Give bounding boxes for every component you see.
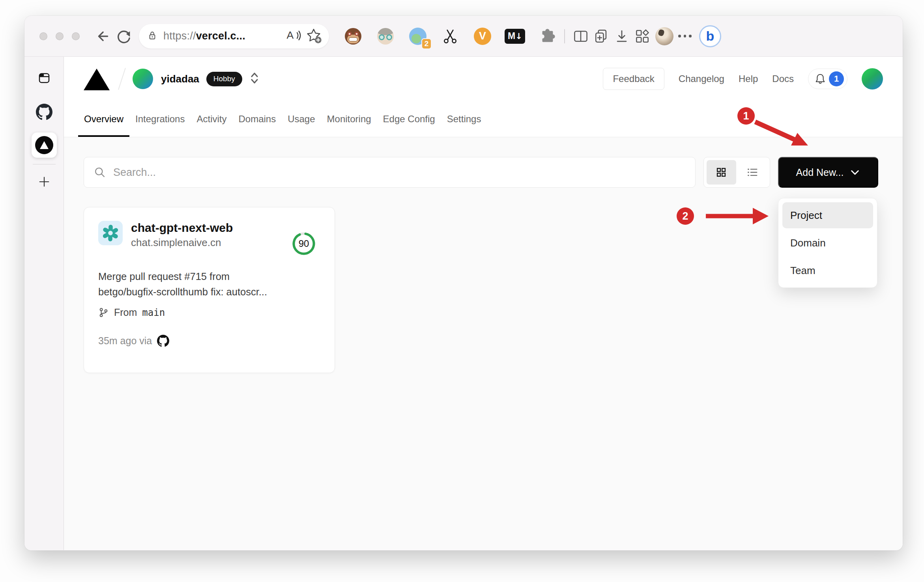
settings-more-button[interactable] bbox=[675, 26, 695, 47]
tab-edge-config[interactable]: Edge Config bbox=[377, 101, 441, 137]
add-favorite-button[interactable] bbox=[305, 27, 322, 45]
list-view-button[interactable] bbox=[738, 160, 767, 185]
markdown-download-extension-icon[interactable]: M↓ bbox=[503, 25, 526, 48]
scissors-extension-icon[interactable] bbox=[439, 25, 462, 48]
collections-button[interactable] bbox=[591, 26, 612, 47]
vercel-tab-active[interactable] bbox=[32, 132, 57, 158]
bing-chat-button[interactable]: b bbox=[699, 25, 721, 47]
extension-badge: 2 bbox=[421, 38, 432, 49]
speed-score-value: 90 bbox=[292, 232, 316, 256]
dropdown-item-team[interactable]: Team bbox=[782, 257, 873, 284]
minimize-window-button[interactable] bbox=[56, 32, 64, 40]
svg-text:A: A bbox=[286, 29, 294, 41]
deployment-time: 35m ago via bbox=[98, 335, 152, 347]
commit-message: Merge pull request #715 from betgo/bugfi… bbox=[98, 269, 307, 300]
new-tab-button[interactable] bbox=[32, 169, 57, 194]
tab-settings[interactable]: Settings bbox=[441, 101, 487, 137]
vertical-tab-strip bbox=[24, 57, 64, 550]
notifications-button[interactable]: 1 bbox=[808, 69, 847, 89]
ellipsis-icon bbox=[678, 35, 692, 37]
overview-content: Add New... bbox=[64, 137, 903, 550]
vercel-header: yidadaa Hobby Feedback Changelog Help Do… bbox=[64, 57, 903, 101]
vercel-favicon bbox=[35, 136, 53, 154]
help-link[interactable]: Help bbox=[739, 73, 758, 84]
tab-overview[interactable]: Overview bbox=[78, 101, 129, 137]
tab-integrations[interactable]: Integrations bbox=[129, 101, 191, 137]
project-card[interactable]: chat-gpt-next-web chat.simplenaive.cn 90 bbox=[84, 207, 335, 373]
vercel-page: yidadaa Hobby Feedback Changelog Help Do… bbox=[64, 57, 903, 550]
search-input[interactable] bbox=[113, 166, 686, 179]
url-text[interactable]: https://vercel.c... bbox=[163, 30, 245, 42]
github-icon bbox=[36, 104, 52, 120]
close-window-button[interactable] bbox=[39, 32, 47, 40]
vercel-tabs: Overview Integrations Activity Domains U… bbox=[64, 101, 903, 137]
tab-divider bbox=[33, 164, 56, 164]
tab-monitoring[interactable]: Monitoring bbox=[321, 101, 377, 137]
docs-link[interactable]: Docs bbox=[772, 73, 794, 84]
search-box bbox=[84, 157, 696, 188]
search-icon bbox=[93, 165, 107, 179]
annotation-step-2: 2 bbox=[677, 207, 694, 225]
avatar-extension-icon[interactable] bbox=[374, 25, 397, 48]
downloads-button[interactable] bbox=[612, 26, 632, 47]
project-icon bbox=[98, 221, 123, 245]
notification-count-badge: 1 bbox=[829, 71, 844, 86]
browser-window: https://vercel.c... A 2 bbox=[24, 16, 903, 550]
grid-view-button[interactable] bbox=[707, 160, 736, 185]
add-new-button[interactable]: Add New... bbox=[778, 157, 878, 188]
split-screen-button[interactable] bbox=[570, 26, 591, 47]
profile-avatar[interactable] bbox=[654, 26, 675, 47]
extension-bar: 2 V M↓ bbox=[342, 25, 559, 48]
zoom-window-button[interactable] bbox=[72, 32, 80, 40]
toolbar-separator bbox=[564, 29, 565, 43]
github-tab[interactable] bbox=[32, 99, 57, 125]
team-avatar[interactable] bbox=[133, 69, 153, 89]
github-icon bbox=[157, 335, 169, 347]
v-extension-icon[interactable]: V bbox=[471, 25, 494, 48]
bell-icon bbox=[814, 73, 827, 85]
tampermonkey-extension-icon[interactable] bbox=[342, 25, 365, 48]
back-button[interactable] bbox=[93, 26, 114, 47]
window-controls bbox=[39, 32, 80, 40]
screenshot-stage: https://vercel.c... A 2 bbox=[0, 0, 924, 582]
feedback-button[interactable]: Feedback bbox=[603, 68, 664, 90]
grid-view-icon bbox=[715, 166, 728, 179]
url-scheme: https:// bbox=[163, 30, 196, 42]
speed-score-ring[interactable]: 90 bbox=[292, 232, 316, 256]
branch-label: From bbox=[114, 307, 137, 318]
extensions-menu-button[interactable] bbox=[536, 25, 559, 48]
project-title: chat-gpt-next-web bbox=[131, 221, 233, 235]
team-switcher-button[interactable] bbox=[249, 71, 260, 86]
apps-button[interactable] bbox=[632, 26, 653, 47]
tab-usage[interactable]: Usage bbox=[282, 101, 321, 137]
browser-toolbar: https://vercel.c... A 2 bbox=[24, 16, 903, 57]
read-aloud-button[interactable]: A bbox=[284, 27, 301, 46]
changelog-link[interactable]: Changelog bbox=[679, 73, 724, 84]
user-avatar[interactable] bbox=[862, 68, 883, 90]
list-view-icon bbox=[746, 166, 759, 179]
refresh-icon bbox=[115, 27, 133, 45]
branch-row: From main bbox=[98, 307, 320, 318]
branch-name: main bbox=[142, 307, 165, 318]
breadcrumb-slash bbox=[118, 68, 126, 90]
refresh-button[interactable] bbox=[114, 26, 134, 47]
back-icon bbox=[94, 27, 112, 45]
chevron-down-icon bbox=[850, 167, 860, 177]
project-domain-link[interactable]: chat.simplenaive.cn bbox=[131, 236, 233, 249]
tab-actions-button[interactable] bbox=[32, 65, 57, 91]
tab-activity[interactable]: Activity bbox=[191, 101, 232, 137]
lock-icon[interactable] bbox=[147, 30, 158, 43]
url-host: vercel.c... bbox=[196, 30, 245, 42]
add-new-dropdown: Project Domain Team bbox=[778, 198, 877, 288]
tab-domains[interactable]: Domains bbox=[232, 101, 282, 137]
translate-extension-icon[interactable]: 2 bbox=[406, 25, 429, 48]
deployment-meta: 35m ago via bbox=[98, 335, 320, 347]
view-toggle bbox=[703, 157, 770, 188]
dropdown-item-project[interactable]: Project bbox=[782, 202, 873, 228]
vercel-logo[interactable] bbox=[84, 69, 110, 90]
address-bar[interactable]: https://vercel.c... A bbox=[139, 24, 329, 48]
openai-logo-icon bbox=[101, 224, 120, 242]
team-name[interactable]: yidadaa bbox=[161, 73, 199, 85]
plan-badge: Hobby bbox=[206, 72, 242, 86]
dropdown-item-domain[interactable]: Domain bbox=[782, 230, 873, 256]
